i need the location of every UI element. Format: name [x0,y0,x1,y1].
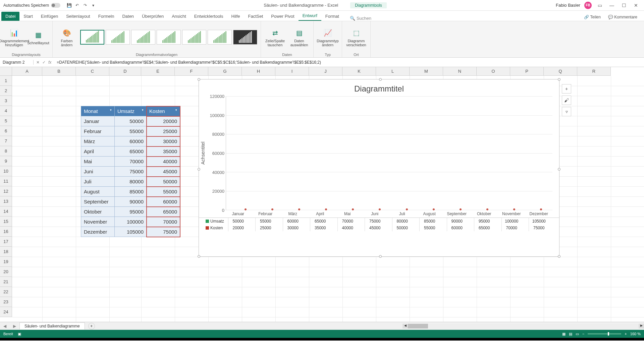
x-label[interactable]: Juli [392,212,412,216]
chart-data-table[interactable]: Umsatz5000055000600006500070000750008000… [199,218,559,231]
ribbon-tab-power pivot[interactable]: Power Pivot [267,12,298,21]
search-box[interactable]: 🔍 Suchen [350,16,371,21]
table-cell[interactable]: 70000 [147,217,180,227]
col-header[interactable]: J [309,67,342,76]
y-axis-title[interactable]: Achsentitel [199,96,207,210]
plot-area[interactable] [226,96,552,210]
sheet-nav-prev[interactable]: ◀ [0,324,10,328]
comments-button[interactable]: 💬 Kommentare [606,13,639,21]
ribbon-tab-factset[interactable]: FactSet [244,12,267,21]
chart-elements-button[interactable]: + [562,84,571,94]
ribbon-tab-daten[interactable]: Daten [118,12,138,21]
ribbon-tab-format[interactable]: Format [321,12,343,21]
table-cell[interactable]: 75000 [147,227,180,237]
sheet-tab[interactable]: Säulen- und Balkendiagramme [19,322,85,329]
x-label[interactable]: Dezember [529,212,549,216]
user-avatar[interactable]: FB [584,2,592,9]
table-cell[interactable]: Januar [81,116,115,126]
table-cell[interactable]: 30000 [147,136,180,146]
x-label[interactable]: Oktober [474,212,494,216]
add-chart-element-button[interactable]: 📊Diagrammelement hinzufügen [3,27,25,47]
table-cell[interactable]: 50000 [115,116,147,126]
table-cell[interactable]: 60000 [147,197,180,207]
row-header[interactable]: 17 [0,237,12,247]
chart-styles-button[interactable]: 🖌 [562,96,571,105]
table-cell[interactable]: April [81,146,115,157]
row-header[interactable]: 8 [0,146,12,156]
table-cell[interactable]: 40000 [147,157,180,167]
legend-entry[interactable]: Umsatz [199,219,224,224]
table-cell[interactable]: September [81,197,115,207]
change-chart-type-button[interactable]: 📈Diagrammtyp ändern [317,27,338,47]
minimize-icon[interactable]: — [608,1,616,9]
row-header[interactable]: 23 [0,297,12,307]
col-header[interactable]: A [12,67,42,76]
col-header[interactable]: B [42,67,76,76]
select-all-corner[interactable] [0,67,12,76]
change-colors-button[interactable]: 🎨Farben ändern [56,27,77,47]
chart-title[interactable]: Diagrammtitel [199,79,559,96]
switch-row-col-button[interactable]: ⇄Zeile/Spalte tauschen [264,27,286,47]
table-cell[interactable]: Mai [81,157,115,167]
select-data-button[interactable]: ▤Daten auswählen [288,27,310,47]
x-label[interactable]: Februar [255,212,275,216]
col-header[interactable]: L [376,67,410,76]
table-header[interactable]: Kosten▾ [147,106,180,116]
chart-style-thumb[interactable] [157,30,181,45]
fx-icon[interactable]: fx [48,60,51,65]
row-header[interactable]: 18 [0,247,12,257]
table-header[interactable]: Umsatz▾ [115,106,147,116]
chart-style-thumb[interactable] [233,30,257,45]
ribbon-tab-start[interactable]: Start [19,12,37,21]
x-label[interactable]: April [310,212,330,216]
table-cell[interactable]: Juli [81,177,115,187]
table-cell[interactable]: August [81,187,115,197]
row-header[interactable]: 3 [0,96,12,106]
x-label[interactable]: Mai [337,212,358,216]
row-header[interactable]: 1 [0,76,12,86]
col-header[interactable]: Q [544,67,577,76]
ribbon-tab-ansicht[interactable]: Ansicht [168,12,190,21]
row-header[interactable]: 22 [0,287,12,297]
zoom-out-icon[interactable]: − [582,332,584,336]
worksheet[interactable]: ABCDEFGHIJKLMNOPQR 123456789101112131415… [0,67,644,322]
zoom-slider[interactable] [588,333,621,335]
table-cell[interactable]: März [81,136,115,146]
col-header[interactable]: M [410,67,443,76]
row-header[interactable]: 4 [0,106,12,116]
chart-filter-button[interactable]: ▿ [562,107,571,116]
row-header[interactable]: 6 [0,126,12,136]
sheet-nav-next[interactable]: ▶ [10,324,19,328]
ribbon-tab-formeln[interactable]: Formeln [94,12,118,21]
table-cell[interactable]: Dezember [81,227,115,237]
table-cell[interactable]: 25000 [147,126,180,136]
x-label[interactable]: August [419,212,439,216]
grid-area[interactable]: Monat▾Umsatz▾Kosten▾ Januar5000020000Feb… [12,76,644,322]
table-cell[interactable]: 100000 [115,217,147,227]
x-label[interactable]: September [447,212,467,216]
formula-input[interactable]: =DATENREIHE('Säulen- und Balkendiagramme… [54,60,644,65]
save-icon[interactable]: 💾 [66,3,72,8]
y-axis[interactable]: 020000400006000080000100000120000 [207,96,226,210]
ribbon-tab-datei[interactable]: Datei [1,12,19,21]
row-header[interactable]: 10 [0,166,12,176]
row-header[interactable]: 11 [0,176,12,186]
table-cell[interactable]: 55000 [115,126,147,136]
zoom-in-icon[interactable]: + [625,332,627,336]
table-cell[interactable]: 45000 [147,167,180,177]
ribbon-tab-entwurf[interactable]: Entwurf [299,11,321,21]
chart-style-thumb[interactable] [182,30,206,45]
row-header[interactable]: 16 [0,227,12,237]
share-button[interactable]: 🔗 Teilen [582,13,602,21]
toggle-icon[interactable] [51,3,60,8]
table-cell[interactable]: Februar [81,126,115,136]
table-cell[interactable]: 55000 [147,187,180,197]
confirm-formula-icon[interactable]: ✓ [42,60,46,65]
undo-icon[interactable]: ↶ [74,3,80,8]
col-header[interactable]: D [109,67,141,76]
chart-style-thumb[interactable] [106,30,130,45]
horizontal-scrollbar[interactable]: ◀▶ [402,324,644,328]
row-header[interactable]: 12 [0,186,12,196]
table-header[interactable]: Monat▾ [81,106,115,116]
x-label[interactable]: Juni [365,212,385,216]
